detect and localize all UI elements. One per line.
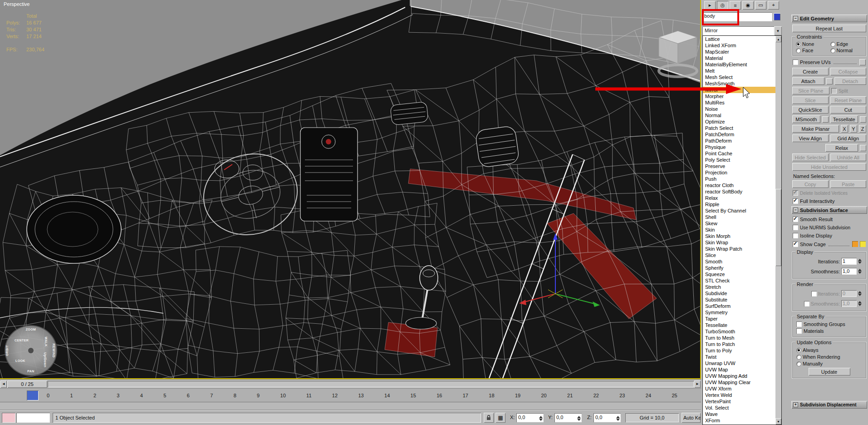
modifier-list-item[interactable]: Push bbox=[703, 176, 775, 182]
cut-button[interactable]: Cut bbox=[830, 106, 867, 114]
modifier-list-item[interactable]: Poly Select bbox=[703, 157, 775, 163]
update-manually-radio[interactable]: Manually bbox=[796, 361, 862, 366]
create-button[interactable]: Create bbox=[792, 68, 829, 75]
modifier-list-item[interactable]: Slice bbox=[703, 252, 775, 258]
update-when-rendering-radio[interactable]: When Rendering bbox=[796, 354, 862, 360]
dropdown-arrow-button[interactable]: ▼ bbox=[774, 26, 782, 35]
current-frame-marker[interactable] bbox=[27, 390, 39, 400]
modifier-list-item[interactable]: Relax bbox=[703, 195, 775, 201]
wheel-walk[interactable]: WALK bbox=[44, 336, 47, 346]
detach-button[interactable]: Detach bbox=[834, 77, 867, 85]
modifier-list-item[interactable]: PatchDeform bbox=[703, 131, 775, 138]
modifier-list-item[interactable]: Symmetry bbox=[703, 309, 775, 316]
time-slider-track[interactable] bbox=[48, 381, 694, 387]
relax-settings-button[interactable] bbox=[860, 145, 866, 151]
time-slider-handle[interactable]: 0 / 25 bbox=[7, 381, 47, 388]
modifier-list-item[interactable]: Point Cache bbox=[703, 150, 775, 157]
modifier-list-item[interactable]: Lattice bbox=[703, 36, 775, 42]
y-spinner[interactable] bbox=[577, 414, 581, 423]
display-smoothness-field[interactable]: 1,0 bbox=[841, 268, 857, 275]
modifier-list-item[interactable]: Tessellate bbox=[703, 322, 775, 328]
modifier-list-item[interactable]: reactor Cloth bbox=[703, 182, 775, 188]
next-frame-arrow[interactable]: ► bbox=[694, 381, 701, 388]
modifier-list-item[interactable]: Noise bbox=[703, 106, 775, 112]
rollout-edit-geometry-header[interactable]: − Edit Geometry bbox=[791, 15, 867, 22]
maxscript-mini-listener-pink[interactable] bbox=[2, 413, 15, 423]
modifier-list-item[interactable]: UVW Xform bbox=[703, 385, 775, 392]
modifier-list-item[interactable]: MapScaler bbox=[703, 49, 775, 55]
modifier-list-item[interactable]: UVW Map bbox=[703, 366, 775, 373]
modifier-list-item[interactable]: PathDeform bbox=[703, 138, 775, 144]
modifier-list-item[interactable]: reactor SoftBody bbox=[703, 188, 775, 195]
scroll-down-button[interactable]: ▼ bbox=[775, 418, 781, 425]
hide-unselected-button[interactable]: Hide Unselected bbox=[792, 163, 866, 171]
update-button[interactable]: Update bbox=[809, 368, 850, 376]
wheel-rewind[interactable]: REWIND bbox=[52, 344, 55, 358]
scroll-up-button[interactable]: ▲ bbox=[775, 36, 781, 42]
modifier-dropdown-value[interactable]: Mirror bbox=[702, 26, 774, 35]
split-checkbox[interactable]: Split bbox=[831, 88, 867, 94]
display-iterations-spinner[interactable] bbox=[858, 257, 862, 266]
grid-align-button[interactable]: Grid Align bbox=[830, 134, 867, 142]
modifier-list-item[interactable]: UVW Mapping Clear bbox=[703, 379, 775, 385]
z-spinner[interactable] bbox=[616, 414, 620, 423]
modifier-list-item[interactable]: Substitute bbox=[703, 297, 775, 303]
display-smoothness-spinner[interactable] bbox=[858, 267, 862, 276]
y-coordinate-field[interactable]: 0,0 bbox=[554, 413, 582, 422]
wheel-center[interactable]: CENTER bbox=[15, 339, 29, 342]
object-color-swatch[interactable] bbox=[774, 13, 780, 20]
modifier-list-item[interactable]: TurboSmooth bbox=[703, 328, 775, 335]
cage-selected-color-swatch[interactable] bbox=[860, 241, 866, 247]
modifier-list-item[interactable]: Vertex Weld bbox=[703, 392, 775, 398]
dropdown-scrollbar[interactable]: ▲ ▼ bbox=[775, 36, 781, 425]
wheel-pan[interactable]: PAN bbox=[27, 370, 34, 373]
modifier-list-item[interactable]: MaterialByElement bbox=[703, 61, 775, 68]
render-smoothness-checkbox[interactable] bbox=[804, 301, 809, 306]
msmooth-button[interactable]: MSmooth bbox=[792, 115, 820, 123]
viewport-label[interactable]: Perspective bbox=[4, 1, 29, 7]
collapse-button[interactable]: Collapse bbox=[830, 68, 867, 75]
tab-motion[interactable]: ◉ bbox=[742, 1, 754, 10]
cage-color-swatch[interactable] bbox=[852, 241, 858, 247]
modifier-list-item[interactable]: Mesh Select bbox=[703, 74, 775, 80]
modifier-list-item[interactable]: Taper bbox=[703, 316, 775, 322]
object-name-field[interactable]: body bbox=[702, 12, 772, 21]
modifier-list-item[interactable]: Twist bbox=[703, 354, 775, 360]
render-iterations-spinner[interactable] bbox=[858, 289, 862, 298]
modifier-list-item[interactable]: Squeeze bbox=[703, 271, 775, 277]
rollout-subdivision-displacement-header[interactable]: + Subdivision Displacement bbox=[791, 401, 867, 409]
modifier-list-item[interactable]: Spherify bbox=[703, 265, 775, 271]
render-smoothness-field[interactable]: 1,0 bbox=[841, 300, 857, 307]
x-spinner[interactable] bbox=[539, 414, 543, 423]
modifier-list-item[interactable]: Optimize bbox=[703, 119, 775, 125]
unhide-all-button[interactable]: Unhide All bbox=[830, 153, 867, 161]
modifier-list-item[interactable]: Stretch bbox=[703, 284, 775, 290]
isoline-display-checkbox[interactable]: Isoline Display bbox=[793, 233, 866, 238]
render-iterations-field[interactable]: 0 bbox=[841, 290, 857, 297]
x-coordinate-field[interactable]: 0,0 bbox=[516, 413, 544, 422]
steering-wheels-navigation[interactable]: ZOOM ORBIT CENTER WALK LOOK Up/Down REWI… bbox=[5, 325, 57, 376]
copy-button[interactable]: Copy bbox=[792, 180, 829, 188]
full-interactivity-checkbox[interactable]: Full Interactivity bbox=[793, 198, 866, 204]
attach-button[interactable]: Attach bbox=[792, 77, 824, 85]
delete-isolated-vertices-checkbox[interactable]: Delete Isolated Vertices bbox=[793, 190, 866, 196]
hide-selected-button[interactable]: Hide Selected bbox=[792, 153, 829, 161]
repeat-last-button[interactable]: Repeat Last bbox=[792, 25, 866, 32]
selection-lock-button[interactable] bbox=[484, 413, 494, 423]
modifier-list-item[interactable]: Turn to Patch bbox=[703, 341, 775, 347]
modifier-list-item[interactable]: Subdivide bbox=[703, 290, 775, 297]
make-planar-button[interactable]: Make Planar bbox=[792, 125, 839, 133]
modifier-list-item[interactable]: VertexPaint bbox=[703, 398, 775, 405]
preserve-uvs-checkbox[interactable]: Preserve UVs bbox=[793, 59, 866, 65]
viewport-perspective[interactable]: Perspective Total Polys:16 677 Tris:30 4… bbox=[0, 0, 701, 379]
modifier-list-item[interactable]: Preserve bbox=[703, 163, 775, 169]
reset-plane-button[interactable]: Reset Plane bbox=[830, 96, 867, 104]
planar-z-button[interactable]: Z bbox=[859, 125, 866, 133]
modifier-list-item[interactable]: Smooth bbox=[703, 258, 775, 265]
modifier-list-item[interactable]: Wave bbox=[703, 411, 775, 417]
wheel-orbit[interactable]: ORBIT bbox=[5, 345, 9, 356]
modifier-list-item[interactable]: Morpher bbox=[703, 93, 775, 99]
z-coordinate-field[interactable]: 0,0 bbox=[593, 413, 621, 422]
planar-x-button[interactable]: X bbox=[841, 125, 848, 133]
tab-utilities[interactable]: ⌖ bbox=[768, 1, 779, 10]
